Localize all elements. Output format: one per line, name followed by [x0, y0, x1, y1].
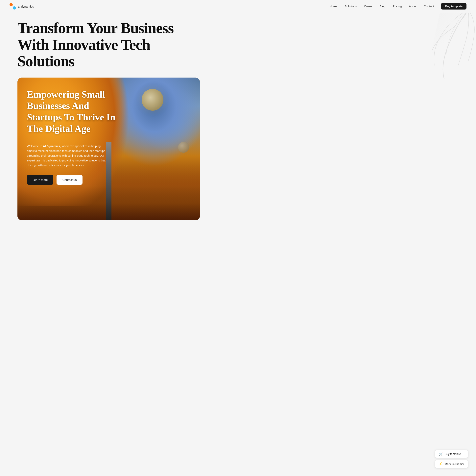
- card-desc-brand: AI Dynamics: [43, 145, 60, 148]
- hero-card: Empowering Small Businesses And Startups…: [17, 78, 200, 220]
- nav-item-pricing[interactable]: Pricing: [393, 5, 402, 8]
- palm-decoration: [393, 10, 476, 79]
- logo-text: ai dynamics: [18, 5, 34, 8]
- nav-link-about[interactable]: About: [409, 5, 417, 8]
- nav-link-cases[interactable]: Cases: [364, 5, 373, 8]
- nav-link-blog[interactable]: Blog: [380, 5, 386, 8]
- card-desc-suffix: , where we specialize in helping small t…: [27, 145, 105, 167]
- nav-item-home[interactable]: Home: [329, 5, 337, 8]
- hero-title: Transform Your Business With Innovative …: [17, 20, 196, 70]
- card-desc-prefix: Welcome to: [27, 145, 43, 148]
- buy-template-widget[interactable]: 🛒 Buy template: [435, 450, 468, 458]
- made-in-framer-widget[interactable]: ⚡ Made in Framer: [435, 460, 468, 468]
- contact-us-button[interactable]: Contact us: [56, 175, 83, 185]
- nav-link-solutions[interactable]: Solutions: [344, 5, 357, 8]
- card-description: Welcome to AI Dynamics, where we special…: [27, 144, 106, 168]
- logo[interactable]: ai dynamics: [10, 3, 34, 10]
- card-divider: [27, 139, 106, 139]
- logo-circle-blue: [13, 6, 16, 10]
- card-moon: [142, 89, 163, 111]
- nav-item-contact[interactable]: Contact: [424, 5, 434, 8]
- nav-item-cases[interactable]: Cases: [364, 5, 373, 8]
- card-content: Empowering Small Businesses And Startups…: [17, 78, 133, 220]
- logo-icon: [10, 3, 16, 10]
- made-in-framer-label: Made in Framer: [445, 462, 464, 466]
- nav-links: Home Solutions Cases Blog Pricing About …: [329, 5, 466, 8]
- nav-item-buy[interactable]: Buy template: [441, 5, 466, 8]
- learn-more-button[interactable]: Learn more: [27, 175, 53, 185]
- logo-circle-orange: [10, 3, 13, 6]
- card-buttons: Learn more Contact us: [27, 175, 123, 185]
- buy-template-label: Buy template: [445, 452, 461, 456]
- nav-item-about[interactable]: About: [409, 5, 417, 8]
- nav-link-buy[interactable]: Buy template: [441, 3, 466, 10]
- nav-item-solutions[interactable]: Solutions: [344, 5, 357, 8]
- navigation: ai dynamics Home Solutions Cases Blog Pr…: [0, 0, 476, 13]
- card-planet: [178, 142, 189, 153]
- cart-icon: 🛒: [439, 452, 443, 456]
- nav-link-pricing[interactable]: Pricing: [393, 5, 402, 8]
- floating-widgets: 🛒 Buy template ⚡ Made in Framer: [435, 450, 468, 468]
- nav-item-blog[interactable]: Blog: [380, 5, 386, 8]
- nav-link-home[interactable]: Home: [329, 5, 337, 8]
- framer-icon: ⚡: [439, 462, 443, 466]
- hero-section: Transform Your Business With Innovative …: [0, 0, 476, 220]
- nav-link-contact[interactable]: Contact: [424, 5, 434, 8]
- card-heading: Empowering Small Businesses And Startups…: [27, 89, 123, 134]
